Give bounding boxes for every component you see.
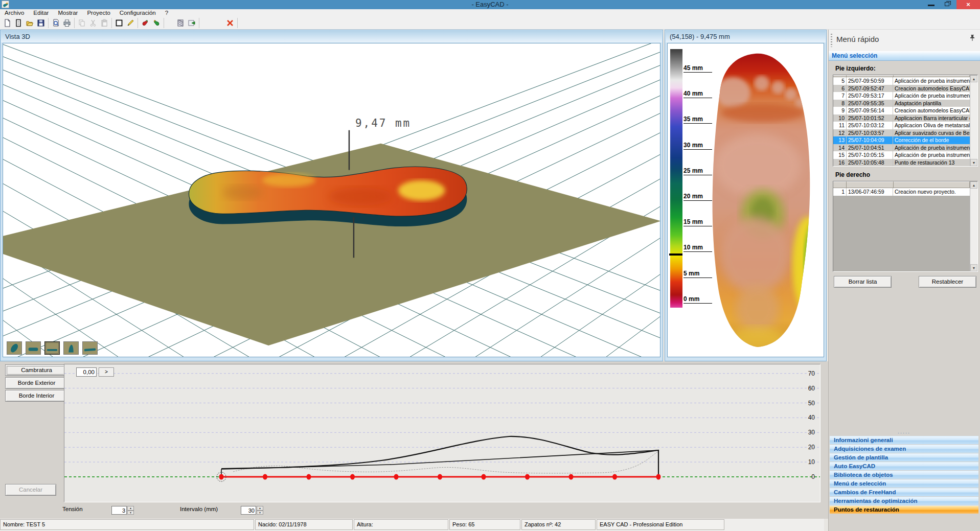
profile-value-input[interactable]	[76, 367, 97, 377]
view-thumbnail-1[interactable]	[7, 341, 22, 355]
tool-borde-exterior-button[interactable]: Borde Exterior	[5, 377, 68, 389]
menu-item-?[interactable]: ?	[161, 9, 173, 17]
tool-borde-interior-button[interactable]: Borde Interior	[5, 390, 68, 402]
accordion-item-adquisiciones-de-examen[interactable]: Adquisiciones de examen	[830, 445, 978, 453]
project-document-icon[interactable]	[13, 17, 24, 29]
apply-value-button[interactable]: >	[99, 367, 114, 377]
history-row[interactable]: 1525/07-10:05:15Aplicación de prueba ins…	[833, 151, 970, 159]
history-row[interactable]: 113/06-07:46:59Creacion nuevo proyecto.	[833, 188, 970, 196]
history-row[interactable]: 1125/07-10:03:12Applicacion Oliva de met…	[833, 122, 970, 129]
history-row[interactable]: 1025/07-10:01:52Applicacion Barra intera…	[833, 114, 970, 122]
drag-grip-icon[interactable]	[831, 34, 832, 47]
scroll-up-icon[interactable]: ▲	[970, 181, 977, 189]
left-foot-history-list[interactable]: 525/07-09:50:59Aplicación de prueba inst…	[833, 75, 978, 167]
accordion-item-puntos-de-restauraci-n[interactable]: Puntos de restauración	[830, 505, 978, 514]
history-row[interactable]: 925/07-09:56:14Creacion automodelos Easy…	[833, 107, 970, 114]
left-foot-tool-icon[interactable]	[140, 17, 151, 29]
menu-item-editar[interactable]: Editar	[29, 9, 53, 17]
minimize-icon[interactable]	[924, 0, 939, 9]
scroll-down-icon[interactable]: ▼	[970, 159, 977, 166]
profile-curve-chart[interactable]: 706050403020100	[64, 364, 820, 502]
history-row[interactable]: 525/07-09:50:59Aplicación de prueba inst…	[833, 77, 970, 85]
col-time-header[interactable]	[847, 181, 894, 188]
control-point[interactable]	[482, 474, 486, 480]
tension-down-icon[interactable]: ▼	[127, 511, 134, 515]
history-row[interactable]: 1225/07-10:03:57Aplicar suavizado curvas…	[833, 129, 970, 137]
scroll-up-icon[interactable]: ▲	[970, 75, 977, 82]
view-thumbnail-2[interactable]	[26, 341, 41, 355]
frame-tool-icon[interactable]	[113, 17, 125, 29]
history-row[interactable]: 1625/07-10:05:48Punto de restauración 13	[833, 159, 970, 167]
control-point[interactable]	[569, 474, 574, 480]
cancel-button[interactable]: Cancelar	[5, 484, 56, 496]
restore-icon[interactable]	[941, 0, 955, 9]
control-point[interactable]	[525, 474, 530, 480]
interval-stepper[interactable]: ▲▼	[241, 506, 263, 515]
interval-up-icon[interactable]: ▲	[257, 506, 263, 511]
accordion-item-men-de-selecci-n[interactable]: Menú de selección	[830, 479, 978, 488]
accordion-item-cambios-de-freehand[interactable]: Cambios de FreeHand	[830, 488, 978, 496]
view-thumbnail-4[interactable]	[63, 341, 79, 355]
menu-seleccion-bar[interactable]: Menú selección	[829, 51, 980, 61]
tool-cambratura-button[interactable]: Cambratura	[5, 364, 68, 376]
accordion-item-informazioni-generali[interactable]: Informazioni generali	[830, 436, 978, 444]
sidebar-header[interactable]: Menú rápido	[829, 30, 980, 51]
history-row[interactable]: 1425/07-10:04:51Aplicación de prueba ins…	[833, 144, 970, 152]
profile-graph[interactable]: 706050403020100 >	[64, 364, 821, 502]
view-thumbnail-5[interactable]	[82, 341, 98, 355]
new-document-icon[interactable]	[2, 17, 13, 29]
accordion-item-auto-easycad[interactable]: Auto EasyCAD	[830, 462, 978, 470]
accordion-item-biblioteca-de-objetos[interactable]: Biblioteca de objetos	[830, 471, 978, 479]
col-num-header[interactable]	[833, 181, 847, 188]
restore-button[interactable]: Restablecer	[919, 276, 976, 288]
tension-stepper[interactable]: ▲▼	[111, 506, 134, 515]
history-row[interactable]: 825/07-09:55:35Adaptación plantilla	[833, 100, 970, 107]
history-row[interactable]: 725/07-09:53:17Aplicación de prueba inst…	[833, 92, 970, 100]
copy-icon[interactable]	[76, 17, 87, 29]
menu-item-configuracin[interactable]: Configuración	[115, 9, 161, 17]
control-point[interactable]	[307, 474, 311, 480]
vista3d-viewport[interactable]: 9,47 mm	[3, 43, 660, 357]
pencil-tool-icon[interactable]	[125, 17, 136, 29]
control-point[interactable]	[219, 474, 224, 480]
print-preview-icon[interactable]	[50, 17, 61, 29]
col-desc-header[interactable]	[894, 181, 970, 188]
milling-tool-icon[interactable]	[175, 17, 186, 29]
clear-list-button[interactable]: Borrar lista	[834, 276, 892, 288]
history-row[interactable]: 625/07-09:52:47Creacion automodelos Easy…	[833, 85, 970, 93]
scroll-down-icon[interactable]: ▼	[970, 264, 977, 271]
foot-pressure-map[interactable]	[686, 45, 824, 355]
tension-input[interactable]	[111, 506, 127, 515]
tension-up-icon[interactable]: ▲	[127, 506, 134, 511]
menu-item-archivo[interactable]: Archivo	[0, 9, 29, 17]
control-point[interactable]	[438, 474, 442, 480]
control-point[interactable]	[350, 474, 355, 480]
3d-scene[interactable]: 9,47 mm	[3, 43, 660, 357]
accordion-grip-icon[interactable]: ·····	[830, 431, 978, 436]
list-scrollbar[interactable]: ▲▼	[970, 75, 977, 166]
open-folder-icon[interactable]	[24, 17, 35, 29]
titlebar[interactable]: - EasyCAD - ×	[0, 0, 980, 9]
interval-down-icon[interactable]: ▼	[257, 511, 263, 515]
print-icon[interactable]	[61, 17, 73, 29]
interval-input[interactable]	[241, 506, 256, 515]
right-foot-tool-icon[interactable]	[151, 17, 162, 29]
accordion-item-gesti-n-de-plantilla[interactable]: Gestión de plantilla	[830, 453, 978, 461]
delete-tool-icon[interactable]	[224, 17, 236, 29]
control-point[interactable]	[263, 474, 267, 480]
menu-item-proyecto[interactable]: Proyecto	[82, 9, 115, 17]
save-icon[interactable]	[35, 17, 47, 29]
control-point[interactable]	[394, 474, 399, 480]
pin-icon[interactable]	[969, 34, 975, 43]
list-scrollbar[interactable]: ▲▼	[970, 181, 977, 271]
view-thumbnail-3[interactable]	[44, 341, 60, 355]
control-point[interactable]	[656, 474, 661, 480]
menu-item-mostrar[interactable]: Mostrar	[53, 9, 82, 17]
export-image-icon[interactable]	[186, 17, 197, 29]
control-point[interactable]	[612, 474, 617, 480]
paste-icon[interactable]	[99, 17, 110, 29]
accordion-item-herramientas-de-optimizaci-n[interactable]: Herramientas de optimización	[830, 497, 978, 505]
close-icon[interactable]: ×	[956, 0, 980, 9]
history-row[interactable]: 1325/07-10:04:09Corrección de el borde	[833, 136, 970, 144]
cut-icon[interactable]	[87, 17, 99, 29]
